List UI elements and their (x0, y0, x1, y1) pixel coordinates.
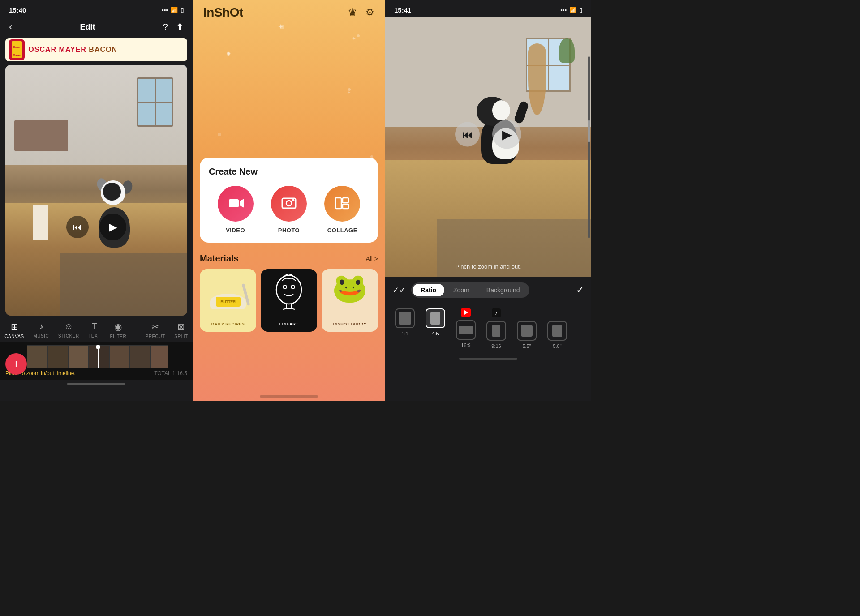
lineart-icon (269, 273, 309, 313)
timeline-area[interactable]: + Pinch to zoom in/out timeline. TOTAL 1… (0, 342, 193, 380)
home-panel: ✦ ✦ ✦ ✦ InShOt ♛ ⚙ Create New VIDEO (193, 0, 385, 401)
text-icon: T (92, 321, 97, 332)
toolbar-sticker[interactable]: ☺ STICKER (58, 321, 79, 338)
timeline-thumb (68, 345, 89, 368)
toolbar-filter[interactable]: ◉ FILTER (110, 321, 126, 339)
home-indicator (67, 383, 125, 385)
ratio-label-11: 1:1 (401, 331, 408, 336)
inshot-buddy-label: INSHOT BUDDY (333, 322, 367, 326)
music-icon: ♪ (39, 321, 43, 332)
ratio-play-controls: ⏮ ▶ (455, 120, 521, 149)
toolbar-split[interactable]: ⊠ SPLIT (174, 321, 188, 339)
play-button[interactable]: ▶ (99, 214, 126, 240)
rewind-button[interactable]: ⏮ (66, 216, 89, 238)
material-card-lineart[interactable]: LINEART (261, 269, 317, 332)
ratio-rewind-button[interactable]: ⏮ (455, 122, 480, 147)
collage-button[interactable]: COLLAGE (324, 186, 360, 234)
help-button[interactable]: ? (163, 22, 168, 32)
canvas-label: CANVAS (4, 334, 24, 339)
photo-icon-circle (271, 186, 307, 222)
filter-icon: ◉ (114, 321, 122, 332)
material-card-daily[interactable]: BUTTER DAILY RECIPES (200, 269, 256, 332)
svg-rect-15 (335, 198, 341, 209)
inshot-logo: InShOt (203, 5, 243, 20)
video-button[interactable]: VIDEO (218, 186, 254, 234)
ratio-option-169[interactable]: 16:9 (453, 308, 478, 349)
ratio-box-55 (517, 321, 537, 341)
timeline-playhead (98, 345, 99, 368)
status-icons-edit: ▪▪▪ 📶 ▯ (162, 7, 184, 13)
canvas-icon: ⊞ (11, 321, 18, 332)
ratio-option-45[interactable]: 4:5 (423, 308, 448, 349)
toolbar-precut[interactable]: ✂ PRECUT (146, 321, 165, 339)
timeline-info: Pinch to zoom in/out timeline. TOTAL 1:1… (0, 368, 193, 378)
toolbar-music[interactable]: ♪ MUSIC (33, 321, 49, 338)
ad-banner[interactable]: OscarMayer OSCAR MAYER BACON (5, 38, 187, 61)
svg-point-18 (276, 275, 301, 304)
home-header: InShOt ♛ ⚙ (193, 0, 385, 27)
signal-icon-ratio: ▪▪▪ (560, 7, 567, 13)
settings-button[interactable]: ⚙ (366, 7, 374, 18)
timeline-thumb (47, 345, 68, 368)
photo-label: PHOTO (278, 227, 300, 234)
video-icon (227, 195, 244, 212)
precut-label: PRECUT (146, 334, 165, 339)
bottom-spacer (193, 332, 385, 395)
crown-button[interactable]: ♛ (348, 6, 357, 19)
collage-label: COLLAGE (327, 227, 357, 234)
svg-rect-10 (229, 199, 239, 207)
material-card-inshot[interactable]: 🐸 INSHOT BUDDY (322, 269, 378, 332)
double-check-icon[interactable]: ✓✓ (392, 285, 406, 295)
create-new-section: Create New VIDEO (200, 158, 378, 243)
scrollbar-thumb (588, 120, 590, 142)
materials-section: Materials All > BUTTER DAILY RECIPES (200, 253, 378, 332)
svg-point-13 (286, 201, 292, 206)
add-media-button[interactable]: + (5, 353, 27, 375)
split-label: SPLIT (174, 334, 188, 339)
window (137, 77, 173, 127)
ratio-play-button[interactable]: ▶ (492, 120, 521, 149)
ratio-option-916[interactable]: ♪ 9:16 (484, 308, 509, 349)
photo-button[interactable]: PHOTO (271, 186, 307, 234)
status-icons-ratio: ▪▪▪ 📶 ▯ (560, 7, 582, 13)
video-label: VIDEO (226, 227, 245, 234)
toolbar-text[interactable]: T TEXT (88, 321, 101, 338)
ratio-option-11[interactable]: 1:1 (392, 308, 417, 349)
ratio-option-58[interactable]: 5.8" (545, 308, 570, 349)
inshot-buddy-emoji: 🐸 (332, 271, 368, 305)
ratio-label-58: 5.8" (553, 343, 561, 349)
tab-ratio[interactable]: Ratio (413, 284, 444, 296)
plant (559, 38, 575, 63)
ratio-label-169: 16:9 (461, 342, 470, 348)
ad-text: OSCAR MAYER BACON (28, 46, 184, 54)
tab-zoom[interactable]: Zoom (445, 284, 477, 296)
svg-marker-11 (240, 199, 244, 208)
toolbar-canvas[interactable]: ⊞ CANVAS (4, 321, 24, 339)
oscar-logo: OscarMayer (9, 39, 25, 60)
timeline-thumb (150, 345, 168, 368)
share-button[interactable]: ⬆ (176, 21, 184, 32)
guitar (528, 43, 546, 115)
video-icon-circle (218, 186, 254, 222)
battery-icon: ▯ (181, 7, 184, 13)
tab-background[interactable]: Background (478, 284, 528, 296)
time-ratio: 15:41 (394, 6, 411, 14)
ratio-video-preview[interactable]: ⏮ ▶ Pinch to zoom in and out. (385, 17, 591, 277)
svg-point-14 (292, 199, 294, 201)
create-buttons: VIDEO PHOTO (209, 186, 369, 234)
materials-header: Materials All > (200, 253, 378, 264)
video-preview[interactable]: ⏮ ▶ (5, 65, 187, 316)
ratio-box-11 (395, 308, 415, 328)
split-icon: ⊠ (177, 321, 185, 332)
timeline-strip[interactable] (27, 345, 168, 368)
photo-icon (280, 195, 297, 212)
sticker-label: STICKER (58, 334, 79, 338)
side-scrollbar[interactable] (588, 56, 590, 238)
confirm-button[interactable]: ✓ (576, 284, 584, 296)
materials-all-button[interactable]: All > (366, 255, 378, 262)
timeline-thumb (130, 345, 150, 368)
back-button[interactable]: ‹ (9, 21, 12, 33)
svg-rect-16 (343, 198, 348, 203)
ratio-option-55[interactable]: 5.5" (514, 308, 539, 349)
toolbar-divider (136, 321, 136, 339)
